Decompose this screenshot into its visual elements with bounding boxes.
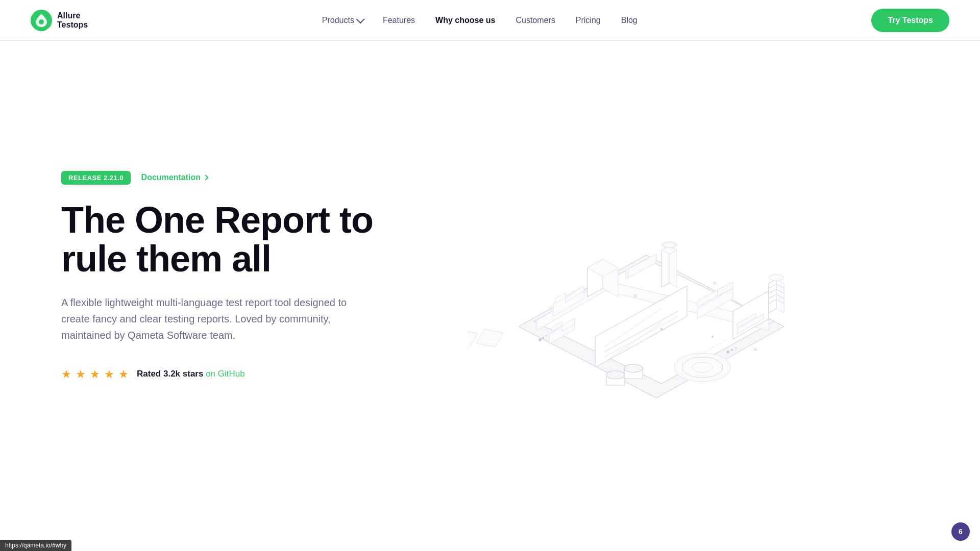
svg-point-55: [731, 349, 733, 351]
nav-pricing[interactable]: Pricing: [576, 16, 601, 25]
nav-customers[interactable]: Customers: [516, 16, 555, 25]
rating-suffix: on GitHub: [203, 369, 244, 379]
svg-point-53: [545, 335, 547, 337]
nav-features[interactable]: Features: [383, 16, 415, 25]
svg-marker-32: [776, 279, 784, 313]
logo-text: Allure Testops: [57, 11, 88, 29]
svg-rect-8: [476, 329, 503, 347]
main-nav: Products Features Why choose us Customer…: [322, 16, 638, 25]
hero-title: The One Report to rule them all: [61, 201, 373, 278]
svg-text:×: ×: [753, 345, 757, 354]
status-bar: https://qameta.io/#why: [0, 540, 71, 551]
stars-row: ★ ★ ★ ★ ★ Rated 3.2k stars on GitHub: [61, 368, 373, 380]
svg-point-56: [735, 347, 737, 349]
chevron-down-icon: [356, 15, 365, 23]
logo-icon: [31, 10, 52, 31]
star-3-icon: ★: [90, 368, 102, 380]
svg-point-1: [39, 19, 44, 24]
isometric-dashboard-svg: .iso-stroke { stroke: #d0d4dc; stroke-wi…: [468, 133, 825, 418]
nav-products[interactable]: Products: [322, 16, 362, 25]
badge-row: RELEASE 2.21.0 Documentation: [61, 171, 373, 185]
svg-point-62: [712, 336, 714, 338]
svg-point-50: [692, 362, 713, 372]
hero-description: A flexible lightweight multi-language te…: [61, 294, 357, 343]
logo[interactable]: Allure Testops: [31, 10, 88, 31]
bottom-badge[interactable]: 6: [951, 522, 970, 541]
try-testops-button[interactable]: Try Testops: [871, 9, 949, 32]
hero-illustration: .iso-stroke { stroke: #d0d4dc; stroke-wi…: [373, 133, 919, 418]
svg-point-51: [538, 338, 542, 341]
svg-point-44: [606, 371, 625, 379]
svg-point-47: [624, 364, 643, 372]
nav-why-choose-us[interactable]: Why choose us: [435, 16, 495, 25]
site-header: Allure Testops Products Features Why cho…: [0, 0, 980, 41]
svg-point-54: [726, 350, 729, 354]
svg-text:×: ×: [633, 292, 638, 300]
svg-marker-67: [626, 269, 628, 279]
svg-rect-7: [468, 330, 478, 347]
svg-marker-31: [769, 279, 776, 313]
star-1-icon: ★: [61, 368, 74, 380]
hero-content: RELEASE 2.21.0 Documentation The One Rep…: [61, 171, 373, 380]
star-5-icon: ★: [118, 368, 131, 380]
svg-point-41: [769, 274, 784, 281]
svg-text:×: ×: [713, 279, 717, 287]
svg-point-60: [660, 328, 663, 331]
arrow-right-icon: [203, 175, 208, 181]
star-rating: ★ ★ ★ ★ ★: [61, 368, 131, 380]
svg-point-52: [542, 337, 544, 339]
star-2-icon: ★: [76, 368, 88, 380]
documentation-link[interactable]: Documentation: [141, 173, 208, 182]
release-badge: RELEASE 2.21.0: [61, 171, 131, 185]
hero-section: RELEASE 2.21.0 Documentation The One Rep…: [0, 41, 980, 500]
star-4-icon: ★: [104, 368, 116, 380]
nav-blog[interactable]: Blog: [621, 16, 638, 25]
rating-text: Rated 3.2k stars on GitHub: [137, 369, 245, 379]
